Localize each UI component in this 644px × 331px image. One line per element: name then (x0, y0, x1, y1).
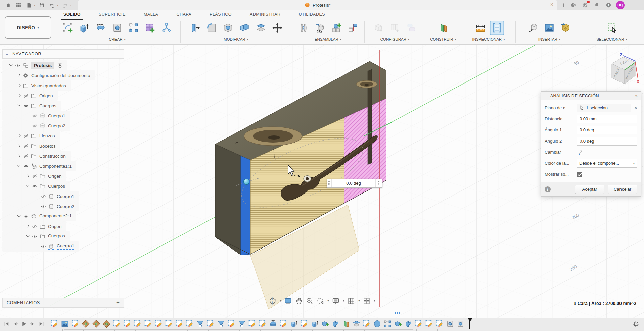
file-menu-chevron-icon[interactable]: ▾ (34, 4, 35, 7)
pattern-icon[interactable] (127, 21, 141, 35)
offset-drag-handle[interactable] (244, 179, 249, 185)
flip-direction-icon[interactable] (577, 149, 584, 156)
sketch-feature-icon[interactable] (113, 320, 121, 328)
create-sketch-icon[interactable] (61, 21, 75, 35)
ribbon-tab[interactable]: SOLIDO (54, 10, 90, 19)
sketch-feature-icon[interactable] (134, 320, 142, 328)
hole-feature-icon[interactable] (456, 320, 465, 328)
sketch-feature-icon[interactable] (71, 320, 80, 328)
move-feature-icon[interactable] (331, 320, 340, 328)
notifications-icon[interactable] (593, 1, 601, 9)
visibility-eye-icon[interactable] (23, 154, 29, 159)
expand-chevron-icon[interactable] (26, 184, 30, 188)
expand-chevron-icon[interactable] (9, 63, 13, 68)
sketch-feature-icon[interactable] (206, 320, 215, 328)
expand-chevron-icon[interactable] (17, 144, 21, 148)
new-component-icon[interactable] (329, 21, 343, 35)
tree-row[interactable]: Cuerpo1 (2, 191, 79, 201)
avatar[interactable]: DQ (616, 1, 625, 9)
loft-feature-icon[interactable] (217, 320, 225, 328)
ribbon-group-menu[interactable]: INSPECCIONAR▾ (472, 37, 505, 41)
tree-row[interactable]: Construcción (2, 151, 71, 161)
grid-settings-icon[interactable] (348, 297, 355, 305)
clear-selection-icon[interactable]: × (634, 105, 637, 111)
expand-chevron-icon[interactable] (34, 244, 39, 249)
visibility-eye-icon[interactable] (32, 174, 38, 179)
create-form-icon[interactable] (143, 21, 157, 35)
sketch-feature-icon[interactable] (154, 320, 163, 328)
activate-radio-icon[interactable] (58, 63, 62, 68)
visibility-eye-icon[interactable] (32, 123, 38, 128)
fit-chevron-icon[interactable]: ▾ (327, 299, 329, 302)
generative-study-icon[interactable] (159, 21, 174, 35)
job-status-icon[interactable] (581, 1, 589, 9)
undo-icon[interactable] (48, 1, 56, 9)
move-copy-icon[interactable] (270, 21, 284, 35)
info-icon[interactable]: i (545, 186, 551, 192)
ribbon-tab[interactable]: CHAPA (167, 10, 200, 19)
extrude-feature-icon[interactable] (290, 320, 298, 328)
expand-chevron-icon[interactable] (34, 204, 39, 209)
shell-icon[interactable] (221, 21, 235, 35)
tree-row[interactable]: Cuerpo1 (2, 241, 79, 252)
tree-row[interactable]: Origen (2, 91, 58, 101)
more-options-icon[interactable] (375, 179, 382, 187)
sketch-feature-icon[interactable] (175, 320, 184, 328)
expand-chevron-icon[interactable] (26, 174, 30, 178)
expand-chevron-icon[interactable] (17, 214, 21, 219)
undo-menu-chevron-icon[interactable]: ▾ (57, 4, 58, 7)
tree-row[interactable]: Vistas guardadas (2, 80, 71, 91)
hole-feature-icon[interactable] (446, 320, 454, 328)
visibility-eye-icon[interactable] (40, 244, 46, 249)
expand-chevron-icon[interactable] (26, 224, 30, 229)
section-analysis-icon[interactable] (490, 21, 504, 35)
angle-input-value[interactable]: 0.0 deg (332, 181, 375, 186)
pattern-feature-icon[interactable] (383, 320, 392, 328)
split-body-icon[interactable] (254, 21, 268, 35)
ribbon-tab[interactable]: SUPERFICIE (90, 10, 135, 19)
visibility-eye-icon[interactable] (32, 234, 38, 239)
expand-chevron-icon[interactable] (17, 83, 21, 88)
visibility-eye-icon[interactable] (32, 113, 38, 118)
save-icon[interactable] (38, 1, 46, 9)
visibility-eye-icon[interactable] (32, 184, 38, 189)
derive-icon[interactable] (526, 21, 540, 35)
sketch-feature-icon[interactable] (279, 320, 288, 328)
expand-chevron-icon[interactable] (17, 133, 21, 138)
timeline-playhead[interactable] (469, 319, 470, 329)
dialog-collapse-icon[interactable]: − (544, 93, 547, 99)
fillet-icon[interactable] (204, 21, 219, 35)
plane-selection-button[interactable]: 1 seleccion... (577, 104, 631, 112)
comments-bar[interactable]: COMENTARIOS + (2, 298, 124, 308)
plane-feature-icon[interactable] (342, 320, 350, 328)
combine-icon[interactable] (237, 21, 251, 35)
look-at-icon[interactable] (284, 297, 292, 305)
ribbon-group-menu[interactable]: ENSAMBLAR▾ (315, 37, 341, 41)
dialog-dock-icon[interactable]: » (635, 93, 638, 98)
ribbon-tab[interactable]: MALLA (135, 10, 168, 19)
tree-row[interactable]: Bocetos (2, 141, 60, 151)
sketch-feature-icon[interactable] (259, 320, 267, 328)
insert-design-icon[interactable] (313, 21, 327, 35)
angle2-input[interactable] (577, 137, 637, 146)
tree-row[interactable]: Cuerpos (2, 181, 70, 191)
visibility-eye-icon[interactable] (23, 144, 29, 149)
file-new-icon[interactable] (25, 1, 33, 9)
visibility-eye-icon[interactable] (23, 214, 29, 219)
step-forward-icon[interactable] (30, 321, 36, 328)
fit-icon[interactable] (316, 297, 324, 305)
expand-chevron-icon[interactable] (17, 93, 21, 98)
combine-feature-icon[interactable] (394, 320, 402, 328)
tree-row[interactable]: Cuerpo2 (2, 201, 79, 211)
minimize-panel-icon[interactable]: − (117, 51, 120, 57)
tree-row[interactable]: Componente1:1 (2, 161, 76, 171)
extrude-feature-icon[interactable] (311, 320, 319, 328)
sketch-feature-icon[interactable] (425, 320, 433, 328)
tree-row[interactable]: Cuerpo2 (2, 121, 70, 131)
visibility-eye-icon[interactable] (23, 93, 29, 98)
go-to-end-icon[interactable] (38, 321, 45, 328)
expand-chevron-icon[interactable] (26, 234, 30, 239)
tree-row[interactable]: Configuración del documento (2, 70, 95, 80)
loft-feature-icon[interactable] (238, 320, 246, 328)
measure-icon[interactable] (473, 21, 488, 35)
